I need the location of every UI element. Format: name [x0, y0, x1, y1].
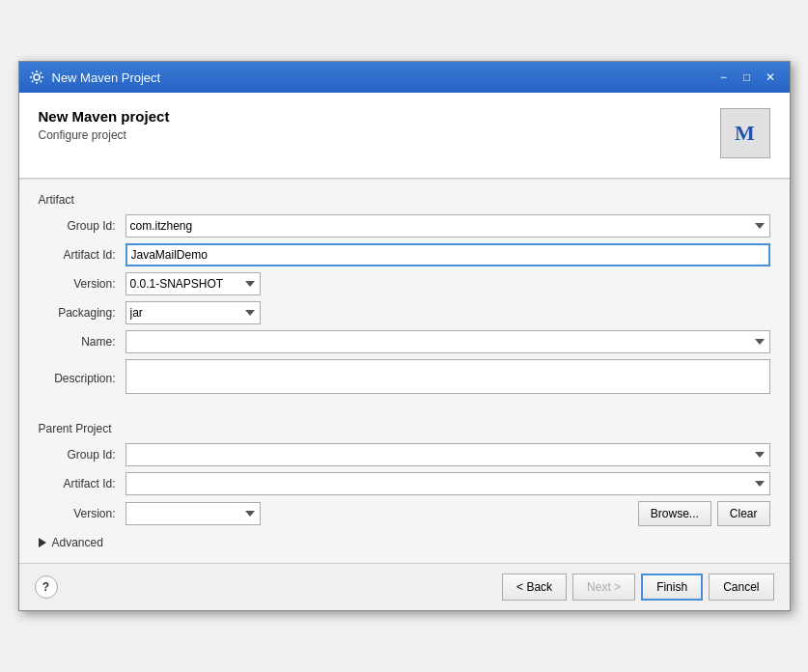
footer-left: ?: [35, 575, 58, 599]
minimize-button[interactable]: −: [714, 68, 734, 87]
name-field: [125, 330, 770, 353]
packaging-row: Packaging: jar war pom: [39, 301, 770, 324]
artifact-id-field: [125, 243, 770, 266]
title-bar-left: New Maven Project: [29, 70, 161, 85]
artifact-id-row: Artifact Id:: [39, 243, 770, 266]
packaging-label: Packaging:: [39, 306, 125, 320]
parent-artifact-id-label: Artifact Id:: [39, 477, 125, 490]
parent-section: Parent Project Group Id: Artifact Id:: [39, 422, 770, 526]
parent-version-label: Version:: [39, 507, 125, 520]
artifact-id-input[interactable]: [125, 243, 770, 266]
dialog-header-left: New Maven project Configure project: [39, 108, 170, 142]
name-label: Name:: [39, 335, 125, 349]
parent-group-id-input[interactable]: [125, 443, 770, 466]
name-input[interactable]: [125, 330, 770, 353]
name-row: Name:: [39, 330, 770, 353]
title-bar-title: New Maven Project: [52, 70, 161, 85]
description-row: Description:: [39, 359, 770, 397]
parent-group-id-label: Group Id:: [39, 448, 125, 462]
group-id-row: Group Id: com.itzheng: [39, 214, 770, 238]
dialog-content: Artifact Group Id: com.itzheng Artifact …: [19, 179, 790, 563]
cancel-button[interactable]: Cancel: [709, 574, 773, 601]
packaging-field: jar war pom: [125, 301, 770, 324]
parent-version-field: Browse... Clear: [125, 501, 770, 526]
next-button[interactable]: Next >: [572, 574, 635, 601]
version-field: 0.0.1-SNAPSHOT: [125, 272, 770, 295]
dialog-subtitle: Configure project: [39, 128, 170, 142]
advanced-row[interactable]: Advanced: [39, 536, 770, 549]
description-label: Description:: [39, 372, 125, 385]
browse-button[interactable]: Browse...: [638, 501, 711, 526]
parent-artifact-id-input[interactable]: [125, 472, 770, 495]
parent-version-select[interactable]: [125, 502, 261, 525]
artifact-section-label: Artifact: [39, 193, 770, 207]
version-label: Version:: [39, 277, 125, 291]
version-row: Version: 0.0.1-SNAPSHOT: [39, 272, 770, 295]
dialog-body: New Maven project Configure project M: [19, 93, 790, 179]
clear-button[interactable]: Clear: [717, 501, 770, 526]
artifact-id-label: Artifact Id:: [39, 248, 125, 262]
version-select[interactable]: 0.0.1-SNAPSHOT: [125, 272, 261, 295]
back-button[interactable]: < Back: [502, 574, 567, 601]
group-id-input[interactable]: com.itzheng: [125, 214, 770, 238]
parent-version-row: Version: Browse... Clear: [39, 501, 770, 526]
close-button[interactable]: ✕: [761, 68, 780, 87]
dialog-title: New Maven project: [39, 108, 170, 125]
parent-artifact-id-field: [125, 472, 770, 495]
finish-button[interactable]: Finish: [641, 574, 703, 601]
group-id-label: Group Id:: [39, 219, 125, 233]
svg-point-0: [34, 74, 40, 80]
parent-section-label: Parent Project: [39, 422, 770, 435]
parent-artifact-id-row: Artifact Id:: [39, 472, 770, 495]
maven-icon: M: [720, 108, 770, 158]
dialog-header: New Maven project Configure project M: [39, 108, 770, 158]
dialog-footer: ? < Back Next > Finish Cancel: [19, 563, 790, 610]
footer-right: < Back Next > Finish Cancel: [502, 574, 773, 601]
group-id-field: com.itzheng: [125, 214, 770, 238]
description-input[interactable]: [125, 359, 770, 394]
gear-icon: [29, 70, 44, 85]
description-field: [125, 359, 770, 397]
title-bar: New Maven Project − □ ✕: [19, 62, 790, 93]
advanced-triangle-icon: [39, 538, 46, 547]
parent-group-id-field: [125, 443, 770, 466]
parent-group-id-row: Group Id:: [39, 443, 770, 466]
advanced-label: Advanced: [52, 536, 103, 549]
packaging-select[interactable]: jar war pom: [125, 301, 261, 324]
title-bar-controls: − □ ✕: [714, 68, 780, 87]
maximize-button[interactable]: □: [738, 68, 757, 87]
help-button[interactable]: ?: [35, 575, 58, 599]
